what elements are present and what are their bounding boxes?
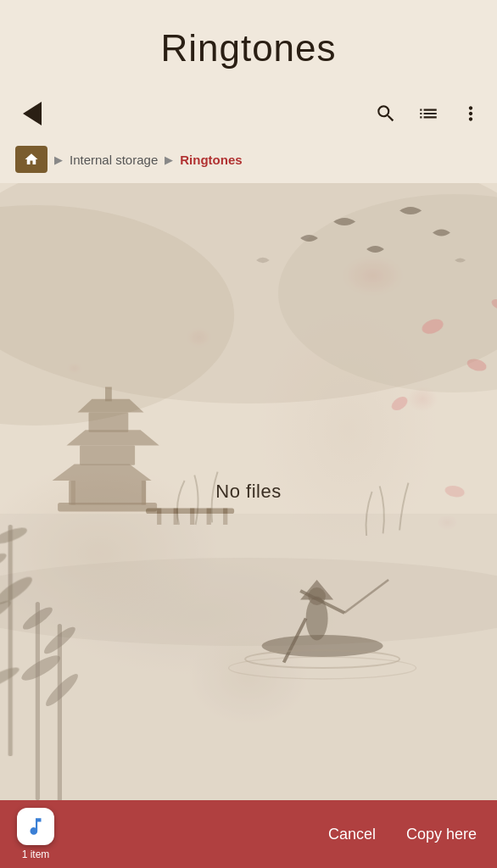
music-note-icon [25, 815, 47, 837]
breadcrumb-arrow-2: ▶ [165, 153, 173, 166]
svg-point-44 [262, 635, 383, 657]
svg-rect-13 [142, 481, 146, 505]
home-folder-button[interactable] [15, 146, 47, 173]
svg-rect-7 [80, 445, 135, 465]
empty-state-text: No files [215, 481, 281, 503]
svg-rect-11 [105, 387, 112, 402]
more-options-button[interactable] [460, 103, 482, 125]
svg-rect-5 [69, 481, 146, 505]
svg-rect-12 [71, 481, 75, 505]
copy-here-button[interactable]: Copy here [403, 819, 480, 850]
bottom-actions: Cancel Copy here [54, 819, 480, 850]
list-view-button[interactable] [417, 103, 439, 125]
page-title: Ringtones [17, 27, 480, 70]
title-area: Ringtones [0, 0, 497, 90]
selected-item-info: 1 item [17, 808, 54, 860]
search-button[interactable] [375, 103, 397, 125]
item-count-label: 1 item [22, 849, 50, 860]
breadcrumb-current: Ringtones [180, 153, 242, 167]
breadcrumb: ▶ Internal storage ▶ Ringtones [0, 137, 497, 183]
home-icon [23, 152, 40, 167]
svg-rect-9 [89, 412, 129, 431]
back-button[interactable] [15, 97, 49, 131]
toolbar [0, 90, 497, 137]
svg-rect-39 [58, 624, 62, 800]
svg-rect-38 [36, 602, 40, 800]
content-area: No files [0, 183, 497, 800]
music-app-icon [17, 808, 54, 845]
breadcrumb-internal-storage[interactable]: Internal storage [70, 153, 158, 167]
bottom-bar: 1 item Cancel Copy here [0, 800, 497, 868]
cancel-button[interactable]: Cancel [325, 819, 379, 850]
svg-rect-25 [8, 525, 13, 756]
breadcrumb-arrow-1: ▶ [54, 153, 63, 166]
svg-point-21 [0, 558, 497, 646]
back-arrow-icon [23, 102, 42, 125]
